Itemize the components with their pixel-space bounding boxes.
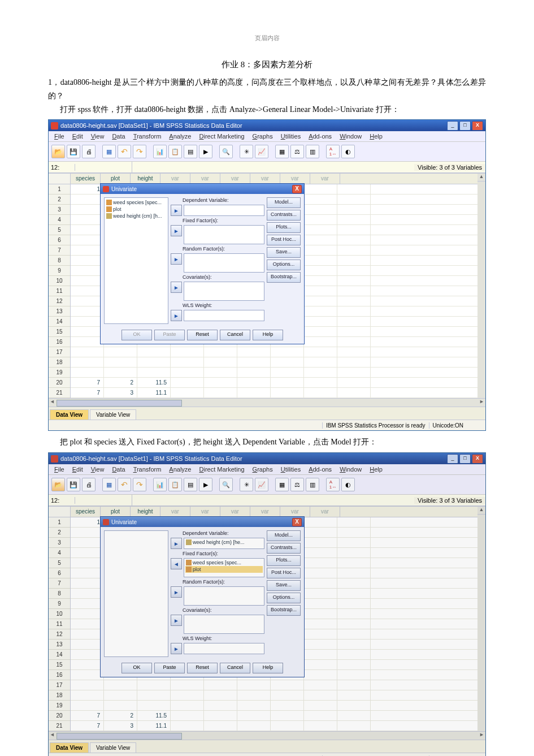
- cell-value-input[interactable]: [75, 162, 132, 172]
- cell[interactable]: 11.5: [137, 711, 171, 720]
- split-icon[interactable]: ▦: [275, 478, 289, 491]
- column-header[interactable]: var: [160, 174, 190, 184]
- row-header[interactable]: 1: [49, 184, 70, 195]
- cell[interactable]: [171, 721, 204, 731]
- cell[interactable]: [204, 388, 237, 398]
- cell[interactable]: [304, 640, 337, 649]
- cell[interactable]: [337, 317, 371, 326]
- row-header[interactable]: 19: [49, 368, 70, 378]
- insert-var-icon[interactable]: 📈: [255, 145, 268, 158]
- column-header[interactable]: var: [190, 507, 220, 517]
- row-header[interactable]: 1: [49, 517, 70, 528]
- goto-case-icon[interactable]: 📊: [153, 145, 167, 158]
- cell[interactable]: [71, 589, 104, 598]
- tab-data-view[interactable]: Data View: [50, 409, 89, 420]
- titlebar[interactable]: data0806-height.sav [DataSet1] - IBM SPS…: [49, 453, 485, 464]
- row-header[interactable]: 5: [49, 558, 70, 568]
- cell[interactable]: [71, 317, 104, 326]
- row-header[interactable]: 11: [49, 286, 70, 296]
- cell[interactable]: [237, 680, 271, 690]
- cell[interactable]: [204, 711, 237, 720]
- cell[interactable]: 11.5: [137, 378, 171, 387]
- row-header[interactable]: 6: [49, 568, 70, 578]
- cell[interactable]: [171, 701, 204, 710]
- cell[interactable]: [71, 306, 104, 316]
- cell[interactable]: [237, 721, 271, 731]
- cell[interactable]: [137, 690, 171, 700]
- redo-icon[interactable]: ↷: [133, 145, 146, 158]
- cell[interactable]: [304, 670, 337, 680]
- cell[interactable]: [337, 337, 371, 347]
- cell[interactable]: [337, 256, 371, 265]
- move-button[interactable]: ►: [171, 586, 182, 598]
- cell[interactable]: [304, 378, 337, 387]
- menu-add-ons[interactable]: Add-ons: [305, 465, 335, 473]
- cell[interactable]: 2: [104, 378, 137, 387]
- menu-graphs[interactable]: Graphs: [249, 465, 276, 473]
- horizontal-scrollbar[interactable]: [49, 398, 485, 407]
- bootstrap-button[interactable]: Bootstrap...: [267, 272, 301, 283]
- row-header[interactable]: 10: [49, 276, 70, 286]
- goto-var-icon[interactable]: 📋: [168, 478, 182, 491]
- column-header[interactable]: species: [71, 174, 101, 184]
- cell[interactable]: [71, 205, 104, 214]
- fixed-factors-field[interactable]: weed species [spec...plot: [184, 558, 264, 577]
- cell[interactable]: [304, 680, 337, 690]
- cell[interactable]: [71, 235, 104, 245]
- move-button[interactable]: ◄: [171, 558, 182, 569]
- cell[interactable]: [71, 256, 104, 265]
- table-row[interactable]: 7311.1: [71, 721, 477, 731]
- random-factors-field[interactable]: [184, 586, 264, 606]
- cell[interactable]: [304, 388, 337, 398]
- post-hoc-button[interactable]: Post Hoc...: [267, 235, 301, 245]
- row-header[interactable]: 9: [49, 266, 70, 276]
- open-icon[interactable]: 📂: [51, 478, 65, 491]
- cell[interactable]: 1: [71, 517, 104, 527]
- titlebar[interactable]: data0806-height.sav [DataSet1] - IBM SPS…: [49, 120, 485, 131]
- menu-transform[interactable]: Transform: [130, 465, 165, 473]
- cell[interactable]: [337, 701, 371, 710]
- insert-case-icon[interactable]: ✳: [240, 145, 253, 158]
- table-row[interactable]: [71, 347, 477, 357]
- menu-window[interactable]: Window: [336, 132, 365, 140]
- cell[interactable]: [337, 528, 371, 537]
- cell[interactable]: [337, 388, 371, 398]
- cell[interactable]: [337, 378, 371, 387]
- menu-direct-marketing[interactable]: Direct Marketing: [196, 465, 248, 473]
- column-header[interactable]: plot: [101, 174, 131, 184]
- dialog-titlebar[interactable]: Univariate X: [101, 184, 304, 194]
- cell[interactable]: [304, 548, 337, 558]
- cell[interactable]: [304, 721, 337, 731]
- cell[interactable]: [337, 660, 371, 669]
- cell[interactable]: [137, 701, 171, 710]
- cell[interactable]: [337, 640, 371, 649]
- row-header[interactable]: 14: [49, 650, 70, 660]
- cell[interactable]: [271, 690, 304, 700]
- move-button[interactable]: ►: [171, 310, 182, 321]
- cell[interactable]: [304, 195, 337, 204]
- print-icon[interactable]: 🖨: [82, 145, 95, 158]
- cell[interactable]: 7: [71, 721, 104, 731]
- minimize-button[interactable]: _: [447, 121, 458, 131]
- menu-analyze[interactable]: Analyze: [166, 132, 194, 140]
- menu-file[interactable]: File: [51, 132, 68, 140]
- menu-edit[interactable]: Edit: [69, 132, 86, 140]
- dependent-field[interactable]: [184, 205, 264, 216]
- cell[interactable]: [71, 286, 104, 296]
- covariates-field[interactable]: [184, 282, 264, 301]
- reset-button[interactable]: Reset: [187, 330, 218, 340]
- cell[interactable]: [337, 225, 371, 235]
- variables-icon[interactable]: ▤: [184, 478, 197, 491]
- row-header[interactable]: 20: [49, 711, 70, 721]
- cell[interactable]: [104, 690, 137, 700]
- cell[interactable]: [337, 619, 371, 629]
- row-header[interactable]: 14: [49, 317, 70, 327]
- move-button[interactable]: ►: [171, 225, 182, 236]
- menu-data[interactable]: Data: [108, 132, 128, 140]
- column-header[interactable]: var: [220, 507, 250, 517]
- cell[interactable]: [337, 650, 371, 659]
- row-header[interactable]: 8: [49, 589, 70, 599]
- recall-icon[interactable]: ▦: [102, 145, 116, 158]
- cell[interactable]: 2: [104, 711, 137, 720]
- cell[interactable]: [304, 589, 337, 598]
